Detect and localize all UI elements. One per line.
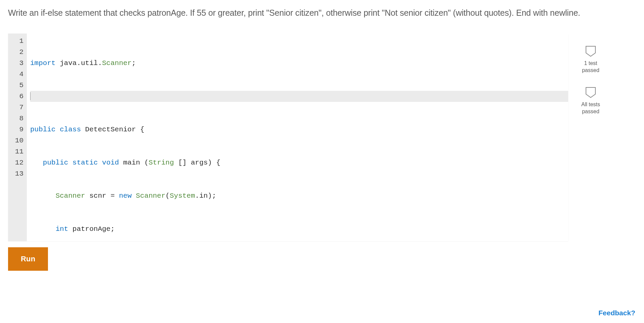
space	[68, 157, 72, 168]
space	[56, 124, 60, 135]
type: Scanner	[136, 190, 165, 201]
line-gutter: 1 2 3 4 5 6 7 8 9 10 11 12 13	[8, 34, 27, 241]
keyword: int	[56, 223, 68, 235]
code-text: scnr =	[85, 190, 119, 201]
line-number: 3	[13, 58, 23, 69]
badge-label: All testspassed	[581, 101, 600, 115]
line-number: 9	[13, 124, 23, 135]
type: Scanner	[56, 190, 85, 201]
code-text: java.util.	[56, 58, 102, 69]
code-text: .in);	[195, 190, 216, 201]
space	[98, 157, 102, 168]
line-number: 5	[13, 80, 23, 91]
code-text: ;	[131, 58, 136, 69]
line-number: 4	[13, 69, 23, 80]
line-number: 11	[13, 146, 23, 157]
code-line[interactable]: public static void main (String [] args)…	[30, 157, 568, 168]
code-editor[interactable]: 1 2 3 4 5 6 7 8 9 10 11 12 13 import jav…	[8, 34, 568, 241]
indent	[30, 190, 56, 201]
line-number: 2	[13, 47, 23, 58]
keyword: public	[43, 157, 68, 168]
test-status-sidebar: 1 testpassed All testspassed	[576, 34, 606, 115]
all-tests-badge: All testspassed	[581, 87, 600, 115]
code-line-active[interactable]	[30, 91, 568, 102]
keyword: static	[72, 157, 98, 168]
line-number: 10	[13, 135, 23, 146]
line-number: 1	[13, 36, 23, 47]
code-line[interactable]: int patronAge;	[30, 223, 568, 235]
one-test-badge: 1 testpassed	[582, 46, 599, 74]
code-text: patronAge;	[68, 223, 115, 235]
shield-icon	[585, 46, 596, 57]
type: String	[149, 157, 174, 168]
type: Scanner	[102, 58, 131, 69]
code-line[interactable]	[30, 257, 568, 268]
workspace: 1 2 3 4 5 6 7 8 9 10 11 12 13 import jav…	[8, 34, 636, 271]
indent	[30, 157, 43, 168]
keyword: import	[30, 58, 56, 69]
space	[131, 190, 136, 201]
exercise-prompt: Write an if-else statement that checks p…	[8, 7, 585, 19]
code-text: (	[165, 190, 170, 201]
code-line[interactable]: public class DetectSenior {	[30, 124, 568, 135]
type: System	[170, 190, 195, 201]
badge-label: 1 testpassed	[582, 60, 599, 74]
code-area[interactable]: import java.util.Scanner; public class D…	[27, 34, 568, 241]
code-text: DetectSenior {	[81, 124, 144, 135]
line-number: 8	[13, 113, 23, 124]
text-cursor	[30, 92, 31, 100]
keyword: class	[60, 124, 81, 135]
editor-column: 1 2 3 4 5 6 7 8 9 10 11 12 13 import jav…	[8, 34, 568, 271]
line-number: 12	[13, 157, 23, 168]
code-line[interactable]: Scanner scnr = new Scanner(System.in);	[30, 190, 568, 201]
indent	[30, 223, 56, 235]
keyword: public	[30, 124, 56, 135]
line-number: 13	[13, 168, 23, 179]
line-number: 6	[13, 91, 23, 102]
code-text: [] args) {	[174, 157, 221, 168]
keyword: new	[119, 190, 132, 201]
code-text: main (	[119, 157, 149, 168]
line-number: 7	[13, 102, 23, 113]
shield-icon	[585, 87, 596, 98]
keyword: void	[102, 157, 119, 168]
code-line[interactable]: import java.util.Scanner;	[30, 58, 568, 69]
